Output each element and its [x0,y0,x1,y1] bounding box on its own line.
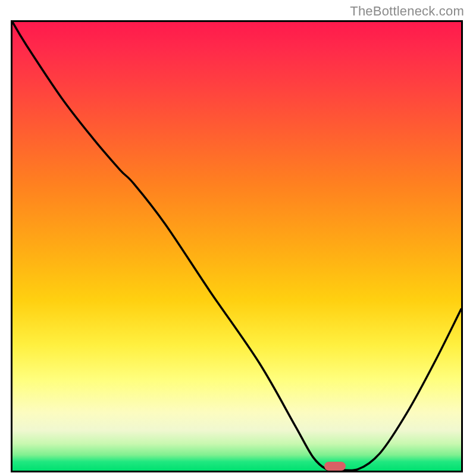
chart-container: TheBottleneck.com [0,0,476,476]
watermark-text: TheBottleneck.com [350,4,464,19]
gradient-background [12,22,461,471]
chart-frame [11,20,463,472]
optimal-marker [324,462,346,471]
